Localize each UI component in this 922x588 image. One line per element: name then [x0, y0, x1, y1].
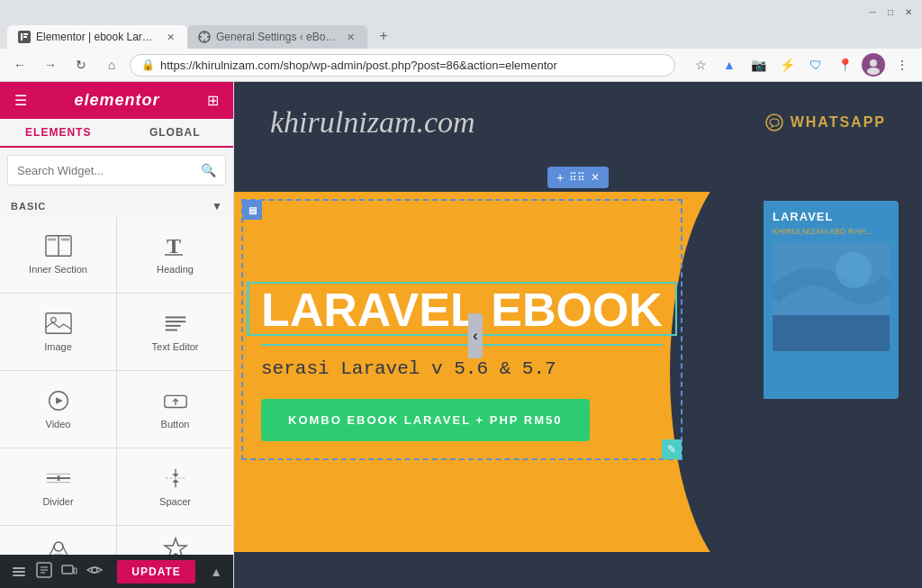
collapse-toggle-icon[interactable]: ▲ — [210, 565, 222, 579]
tabs-bar: Elementor | ebook Laravel ✕ General Sett… — [0, 23, 922, 49]
svg-marker-31 — [172, 478, 179, 482]
widget-label-divider: Divider — [42, 496, 73, 507]
book-author: KHIRULNIZAM ABD RAH... — [773, 227, 890, 236]
browser-chrome: ─ □ ✕ Elementor | ebook Laravel ✕ Genera… — [0, 0, 922, 82]
widget-inner-section[interactable]: Inner Section — [0, 216, 116, 293]
widget-heading[interactable]: T Heading — [117, 216, 233, 293]
hero-title[interactable]: LARAVEL EBOOK — [261, 285, 663, 346]
svg-rect-9 — [47, 238, 55, 240]
svg-rect-1 — [21, 33, 23, 41]
svg-rect-40 — [13, 574, 25, 576]
url-text: https://khirulnizam.com/shop/wp-admin/po… — [160, 59, 664, 72]
heading-icon: T — [162, 235, 189, 257]
refresh-button[interactable]: ↻ — [68, 52, 94, 77]
tab-favicon-2 — [198, 31, 211, 43]
canvas-area: ‹ khirulnizam.com WHATSAPP — [234, 82, 922, 588]
tab-favicon-1 — [18, 31, 31, 43]
sidebar-header: ☰ elementor ⊞ — [0, 82, 233, 119]
menu-dots-icon[interactable]: ⋮ — [890, 52, 915, 77]
minimize-button[interactable]: ─ — [866, 5, 879, 18]
bottom-icons — [11, 562, 103, 582]
svg-rect-39 — [13, 567, 25, 569]
section-toolbar[interactable]: + ⠿⠿ ✕ — [547, 167, 609, 188]
camera-icon[interactable]: 📷 — [746, 52, 771, 77]
close-button[interactable]: ✕ — [902, 5, 915, 18]
responsive-icon[interactable] — [61, 562, 77, 582]
window-controls[interactable]: ─ □ ✕ — [866, 5, 915, 18]
address-bar: ← → ↻ ⌂ 🔒 https://khirulnizam.com/shop/w… — [0, 49, 922, 82]
list-icon[interactable] — [36, 562, 52, 582]
update-button[interactable]: UPDATE — [117, 560, 194, 583]
tab-elementor[interactable]: Elementor | ebook Laravel ✕ — [7, 25, 187, 49]
elementor-logo: elementor — [74, 91, 159, 110]
svg-marker-29 — [172, 474, 179, 477]
home-button[interactable]: ⌂ — [99, 52, 124, 77]
search-input[interactable] — [17, 164, 201, 177]
maps-pin-icon[interactable]: 📍 — [832, 52, 857, 77]
image-icon — [45, 312, 72, 334]
widget-button[interactable]: Button — [117, 371, 233, 448]
svg-line-36 — [62, 545, 68, 555]
site-logo: khirulnizam.com — [270, 96, 522, 149]
url-bar[interactable]: 🔒 https://khirulnizam.com/shop/wp-admin/… — [130, 54, 675, 77]
hero-section: ▤ ✎ LARAVEL EBOOK serasi Laravel v 5.6 &… — [234, 192, 922, 552]
widgets-grid: Inner Section T Heading Image — [0, 216, 233, 555]
toolbar-move-icon[interactable]: ⠿⠿ — [569, 171, 585, 184]
text-editor-icon — [162, 312, 189, 334]
book-title-text: LARAVEL — [773, 210, 890, 223]
toolbar-add-icon[interactable]: + — [556, 170, 564, 185]
svg-point-14 — [50, 317, 56, 322]
grid-icon[interactable]: ⊞ — [207, 92, 219, 109]
hero-cta-button[interactable]: KOMBO EBOOK LARAVEL + PHP RM50 — [261, 399, 590, 441]
svg-rect-2 — [23, 33, 28, 35]
widget-spacer[interactable]: Spacer — [117, 448, 233, 525]
svg-marker-20 — [56, 397, 63, 404]
collapse-panel-handle[interactable]: ‹ — [468, 313, 483, 358]
svg-point-49 — [766, 114, 782, 131]
svg-point-33 — [54, 542, 63, 551]
shield-icon[interactable]: 🛡 — [803, 52, 828, 77]
lock-icon: 🔒 — [141, 59, 155, 71]
section-toggle-icon[interactable]: ▼ — [212, 200, 222, 213]
tab-close-2[interactable]: ✕ — [344, 31, 357, 43]
eye-icon[interactable] — [86, 562, 103, 582]
book-visual: LARAVEL KHIRULNIZAM ABD RAH... — [764, 201, 899, 399]
drive-icon[interactable]: ▲ — [717, 52, 742, 77]
widget-label-image: Image — [44, 341, 72, 352]
sidebar-tabs: ELEMENTS GLOBAL — [0, 119, 233, 148]
widget-video[interactable]: Video — [0, 371, 116, 448]
canvas-scroll[interactable]: khirulnizam.com WHATSAPP + ⠿⠿ ✕ — [234, 82, 922, 588]
section-label: BASIC — [11, 201, 46, 212]
new-tab-button[interactable]: + — [371, 23, 396, 49]
elementor-sidebar: ☰ elementor ⊞ ELEMENTS GLOBAL 🔍 BASIC ▼ — [0, 82, 234, 588]
tab-elements[interactable]: ELEMENTS — [0, 119, 117, 148]
forward-button[interactable]: → — [38, 52, 63, 77]
section-header: BASIC ▼ — [0, 193, 233, 216]
back-button[interactable]: ← — [7, 52, 32, 77]
tab-global[interactable]: GLOBAL — [117, 119, 234, 146]
tab-settings[interactable]: General Settings ‹ eBook Laravel ✕ — [187, 25, 367, 49]
toolbar-close-icon[interactable]: ✕ — [591, 171, 600, 184]
svg-rect-10 — [60, 238, 68, 240]
widget-label-spacer: Spacer — [159, 496, 191, 507]
hamburger-icon[interactable]: ☰ — [14, 92, 27, 109]
divider-icon — [45, 467, 72, 489]
extension-icon[interactable]: ⚡ — [774, 52, 800, 77]
book-container: LARAVEL KHIRULNIZAM ABD RAH... — [751, 201, 913, 399]
widget-text-editor[interactable]: Text Editor — [117, 294, 233, 370]
widget-google-maps[interactable]: Google Maps — [0, 526, 116, 555]
widget-divider[interactable]: Divider — [0, 448, 116, 525]
widget-label-video: Video — [46, 419, 71, 430]
widget-icon[interactable]: Icon — [117, 526, 233, 555]
layers-icon[interactable] — [11, 562, 27, 582]
svg-point-5 — [870, 59, 877, 67]
widget-label-inner-section: Inner Section — [29, 264, 87, 275]
tab-close-1[interactable]: ✕ — [164, 31, 176, 43]
star-icon[interactable]: ☆ — [688, 52, 713, 77]
search-box[interactable]: 🔍 — [7, 155, 226, 185]
maximize-button[interactable]: □ — [884, 5, 897, 18]
widget-label-heading: Heading — [157, 264, 194, 275]
widget-image[interactable]: Image — [0, 294, 116, 370]
profile-avatar[interactable] — [861, 52, 886, 77]
tab-title-1: Elementor | ebook Laravel — [36, 31, 158, 43]
